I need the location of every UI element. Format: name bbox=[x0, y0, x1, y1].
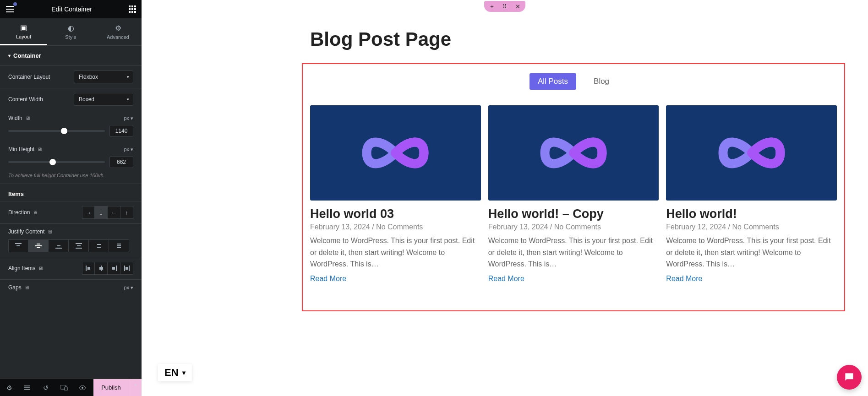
desktop-icon[interactable]: 🖥 bbox=[47, 229, 52, 234]
menu-button[interactable] bbox=[5, 4, 16, 15]
post-thumbnail[interactable] bbox=[488, 105, 659, 201]
width-input[interactable] bbox=[109, 125, 133, 137]
tab-advanced[interactable]: ⚙ Advanced bbox=[94, 18, 142, 45]
svg-point-35 bbox=[24, 389, 25, 390]
read-more-link[interactable]: Read More bbox=[488, 275, 524, 283]
editor-canvas[interactable]: + ⠿ ✕ Blog Post Page All Posts Blog Hell… bbox=[142, 0, 868, 396]
svg-rect-30 bbox=[124, 266, 125, 271]
preview-button[interactable] bbox=[73, 379, 92, 396]
desktop-icon[interactable]: 🖥 bbox=[37, 146, 42, 152]
language-switcher[interactable]: EN ▾ bbox=[158, 364, 192, 381]
direction-column-reverse[interactable]: ↑ bbox=[120, 206, 133, 219]
justify-end[interactable] bbox=[49, 239, 69, 252]
chevron-down-icon: ▾ bbox=[131, 115, 133, 121]
control-justify: Justify Content 🖥 bbox=[0, 223, 142, 239]
svg-rect-13 bbox=[37, 247, 40, 248]
delete-element-button[interactable]: ✕ bbox=[513, 2, 522, 11]
svg-rect-18 bbox=[77, 245, 81, 246]
control-label: Gaps 🖥 bbox=[8, 284, 29, 291]
svg-rect-31 bbox=[129, 266, 130, 271]
desktop-icon[interactable]: 🖥 bbox=[24, 285, 29, 290]
chevron-down-icon: ▾ bbox=[131, 285, 133, 291]
post-excerpt: Welcome to WordPress. This is your first… bbox=[488, 235, 659, 270]
align-stretch[interactable] bbox=[120, 262, 133, 275]
post-thumbnail[interactable] bbox=[666, 105, 837, 201]
filter-tab-blog[interactable]: Blog bbox=[585, 73, 617, 90]
container-layout-select[interactable]: Flexbox ▾ bbox=[74, 71, 133, 83]
style-icon: ◐ bbox=[68, 24, 74, 33]
tab-layout[interactable]: ▣ Layout bbox=[0, 18, 47, 45]
svg-rect-29 bbox=[112, 267, 115, 270]
widgets-grid-button[interactable] bbox=[128, 5, 137, 14]
selected-container[interactable]: All Posts Blog Hello world 03 February 1… bbox=[302, 63, 845, 311]
chat-icon bbox=[843, 371, 855, 383]
chevron-down-icon: ▾ bbox=[127, 75, 129, 79]
section-container-toggle[interactable]: ▾ Container bbox=[0, 46, 142, 65]
post-thumbnail[interactable] bbox=[310, 105, 481, 201]
history-button[interactable]: ↺ bbox=[37, 379, 55, 396]
svg-rect-9 bbox=[15, 243, 22, 244]
align-start[interactable] bbox=[82, 262, 95, 275]
svg-rect-22 bbox=[117, 245, 121, 246]
svg-rect-5 bbox=[134, 8, 136, 10]
svg-rect-24 bbox=[86, 266, 87, 271]
width-slider[interactable] bbox=[8, 130, 105, 132]
justify-start[interactable] bbox=[8, 239, 28, 252]
drag-handle[interactable]: ⠿ bbox=[501, 2, 509, 11]
content-width-select[interactable]: Boxed ▾ bbox=[74, 93, 133, 106]
slider-thumb[interactable] bbox=[49, 159, 56, 165]
align-end[interactable] bbox=[108, 262, 120, 275]
desktop-icon[interactable]: 🖥 bbox=[33, 210, 38, 215]
sidebar-header: Edit Container bbox=[0, 0, 142, 18]
justify-around[interactable] bbox=[89, 239, 109, 252]
justify-evenly[interactable] bbox=[109, 239, 129, 252]
control-label: Content Width bbox=[8, 96, 43, 103]
post-filter-tabs: All Posts Blog bbox=[310, 73, 837, 90]
post-title[interactable]: Hello world! bbox=[666, 207, 837, 221]
justify-between[interactable] bbox=[69, 239, 89, 252]
read-more-link[interactable]: Read More bbox=[310, 275, 346, 283]
svg-rect-4 bbox=[131, 8, 133, 10]
publish-options-button[interactable]: ˄ bbox=[129, 379, 142, 396]
post-card: Hello world! February 12, 2024 / No Comm… bbox=[666, 105, 837, 283]
direction-row-reverse[interactable]: ← bbox=[108, 206, 120, 219]
direction-row[interactable]: → bbox=[82, 206, 95, 219]
responsive-button[interactable] bbox=[55, 379, 73, 396]
align-center[interactable] bbox=[95, 262, 108, 275]
post-title[interactable]: Hello world 03 bbox=[310, 207, 481, 221]
svg-rect-6 bbox=[129, 11, 131, 13]
svg-rect-37 bbox=[65, 387, 67, 391]
control-label: Container Layout bbox=[8, 74, 50, 80]
minheight-input[interactable] bbox=[109, 156, 133, 168]
control-label: Justify Content 🖥 bbox=[8, 228, 52, 235]
gaps-unit-select[interactable]: px▾ bbox=[124, 285, 133, 291]
svg-rect-16 bbox=[76, 243, 82, 244]
panel-scroll-area[interactable]: ▾ Container Container Layout Flexbox ▾ C… bbox=[0, 46, 142, 379]
tab-style[interactable]: ◐ Style bbox=[47, 18, 94, 45]
desktop-icon[interactable]: 🖥 bbox=[38, 266, 43, 271]
chat-fab-button[interactable] bbox=[837, 365, 862, 390]
svg-rect-2 bbox=[134, 5, 136, 7]
control-align: Align Items 🖥 bbox=[0, 257, 142, 279]
desktop-icon[interactable]: 🖥 bbox=[25, 115, 30, 121]
width-unit-select[interactable]: px▾ bbox=[124, 115, 133, 121]
publish-button[interactable]: Publish bbox=[93, 379, 129, 396]
direction-column[interactable]: ↓ bbox=[95, 206, 108, 219]
navigator-button[interactable] bbox=[18, 379, 37, 396]
settings-button[interactable]: ⚙ bbox=[0, 379, 18, 396]
justify-center[interactable] bbox=[28, 239, 49, 252]
layout-icon: ▣ bbox=[20, 23, 27, 32]
minheight-slider-row bbox=[0, 153, 142, 173]
post-excerpt: Welcome to WordPress. This is your first… bbox=[666, 235, 837, 270]
post-title[interactable]: Hello world! – Copy bbox=[488, 207, 659, 221]
slider-thumb[interactable] bbox=[61, 128, 67, 134]
control-direction: Direction 🖥 → ↓ ← ↑ bbox=[0, 201, 142, 223]
read-more-link[interactable]: Read More bbox=[666, 275, 702, 283]
minheight-slider[interactable] bbox=[8, 161, 105, 163]
filter-tab-all[interactable]: All Posts bbox=[530, 73, 576, 90]
svg-point-38 bbox=[82, 387, 83, 389]
post-meta: February 13, 2024 / No Comments bbox=[310, 223, 481, 231]
control-container-layout: Container Layout Flexbox ▾ bbox=[0, 65, 142, 88]
minheight-unit-select[interactable]: px▾ bbox=[124, 146, 133, 152]
add-element-button[interactable]: + bbox=[488, 2, 496, 11]
